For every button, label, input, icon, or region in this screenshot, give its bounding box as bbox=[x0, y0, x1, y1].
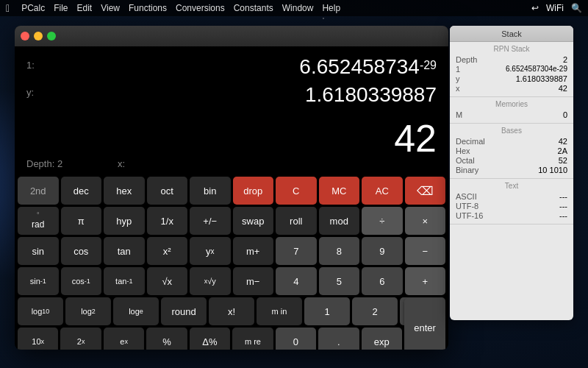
menu-help[interactable]: Help bbox=[322, 3, 340, 13]
btn-c[interactable]: C bbox=[276, 177, 317, 205]
menu-conversions[interactable]: Conversions bbox=[176, 3, 225, 13]
btn-factorial[interactable]: x! bbox=[209, 297, 254, 325]
btn-log2[interactable]: log2 bbox=[65, 297, 111, 325]
btn-swap[interactable]: swap bbox=[233, 207, 274, 235]
menu-file[interactable]: File bbox=[54, 3, 68, 13]
btn-acos[interactable]: cos-1 bbox=[61, 267, 102, 295]
memory-key-m: M bbox=[456, 110, 462, 119]
btn-delta-percent[interactable]: Δ% bbox=[190, 328, 230, 350]
base-row-octal: Octal 52 bbox=[456, 156, 567, 165]
btn-percent[interactable]: % bbox=[146, 328, 187, 350]
button-row-4: log10 log2 loge round x! m in 1 2 3 ente… bbox=[18, 297, 445, 325]
btn-mre[interactable]: m re bbox=[232, 328, 273, 350]
btn-reciprocal[interactable]: 1/x bbox=[147, 207, 188, 235]
btn-mc[interactable]: MC bbox=[319, 177, 360, 205]
btn-loge[interactable]: loge bbox=[113, 297, 159, 325]
stack-val-depth: 2 bbox=[563, 55, 567, 64]
depth-label: Depth: 2 bbox=[26, 158, 62, 169]
btn-1[interactable]: 1 bbox=[304, 297, 350, 325]
stack-row-y: y 1.6180339887 bbox=[456, 74, 567, 83]
memories-label: Memories bbox=[456, 100, 567, 108]
btn-6[interactable]: 6 bbox=[362, 267, 403, 295]
btn-mod[interactable]: mod bbox=[319, 207, 360, 235]
btn-xsq[interactable]: x² bbox=[147, 237, 188, 265]
btn-pi[interactable]: π bbox=[61, 207, 102, 235]
btn-negate[interactable]: +/− bbox=[190, 207, 231, 235]
stack-key-y: y bbox=[456, 74, 460, 83]
btn-cos[interactable]: cos bbox=[61, 237, 102, 265]
menu-view[interactable]: View bbox=[101, 3, 120, 13]
btn-bin[interactable]: bin bbox=[190, 177, 231, 205]
btn-hex[interactable]: hex bbox=[104, 177, 145, 205]
btn-exp[interactable]: exp bbox=[362, 328, 402, 350]
maximize-button[interactable] bbox=[47, 32, 56, 40]
btn-9[interactable]: 9 bbox=[362, 237, 403, 265]
btn-oct[interactable]: oct bbox=[147, 177, 188, 205]
calc-titlebar bbox=[15, 26, 448, 46]
btn-round[interactable]: round bbox=[161, 297, 207, 325]
text-row-ascii: ASCII --- bbox=[456, 192, 567, 201]
btn-min[interactable]: m in bbox=[257, 297, 302, 325]
menu-pcalc[interactable]: PCalc bbox=[21, 3, 45, 13]
base-key-decimal: Decimal bbox=[456, 137, 485, 146]
close-button[interactable] bbox=[21, 32, 29, 40]
btn-deg-rad[interactable]: °rad bbox=[18, 207, 59, 235]
btn-mminus[interactable]: m− bbox=[233, 267, 274, 295]
stack-val-1: 6.6524587304e-29 bbox=[506, 65, 567, 74]
btn-7[interactable]: 7 bbox=[276, 237, 317, 265]
btn-asin[interactable]: sin-1 bbox=[18, 267, 59, 295]
label-1: 1: bbox=[26, 60, 35, 71]
btn-10x[interactable]: 10x bbox=[18, 328, 58, 350]
btn-tan[interactable]: tan bbox=[104, 237, 145, 265]
btn-5[interactable]: 5 bbox=[319, 267, 360, 295]
btn-8[interactable]: 8 bbox=[319, 237, 360, 265]
base-key-binary: Binary bbox=[456, 166, 478, 174]
minimize-button[interactable] bbox=[34, 32, 43, 40]
btn-hyp[interactable]: hyp bbox=[104, 207, 145, 235]
btn-sqrt[interactable]: √x bbox=[147, 267, 188, 295]
menu-functions[interactable]: Functions bbox=[129, 3, 167, 13]
btn-ac[interactable]: AC bbox=[362, 177, 403, 205]
btn-sin[interactable]: sin bbox=[18, 237, 59, 265]
btn-backspace[interactable]: ⌫ bbox=[405, 177, 446, 205]
btn-drop[interactable]: drop bbox=[233, 177, 274, 205]
search-icon[interactable]: 🔍 bbox=[571, 3, 582, 13]
button-row-3: sin-1 cos-1 tan-1 √x x√y m− 4 5 6 + bbox=[18, 267, 445, 295]
btn-2nd[interactable]: 2nd bbox=[18, 177, 59, 205]
btn-plus[interactable]: + bbox=[405, 267, 446, 295]
apple-menu[interactable]:  bbox=[6, 2, 10, 14]
btn-dec[interactable]: dec bbox=[61, 177, 102, 205]
menu-edit[interactable]: Edit bbox=[76, 3, 92, 13]
btn-multiply[interactable]: × bbox=[405, 207, 446, 235]
btn-yx[interactable]: yx bbox=[190, 237, 231, 265]
stack-titlebar: Stack bbox=[450, 26, 573, 42]
btn-minus[interactable]: − bbox=[405, 237, 446, 265]
memories-section: Memories M 0 bbox=[450, 97, 573, 124]
btn-2[interactable]: 2 bbox=[352, 297, 398, 325]
btn-mplus[interactable]: m+ bbox=[233, 237, 274, 265]
base-val-octal: 52 bbox=[559, 156, 567, 165]
rpn-section-label: RPN Stack bbox=[456, 45, 567, 53]
btn-divide[interactable]: ÷ bbox=[362, 207, 403, 235]
btn-roll[interactable]: roll bbox=[276, 207, 317, 235]
btn-4[interactable]: 4 bbox=[276, 267, 317, 295]
menu-constants[interactable]: Constants bbox=[234, 3, 273, 13]
memory-row-m: M 0 bbox=[456, 110, 567, 119]
btn-atan[interactable]: tan-1 bbox=[104, 267, 145, 295]
base-val-decimal: 42 bbox=[559, 137, 567, 146]
btn-log10[interactable]: log10 bbox=[18, 297, 63, 325]
display-value-x: 42 bbox=[394, 116, 437, 160]
stack-row-depth: Depth 2 bbox=[456, 55, 567, 64]
text-val-ascii: --- bbox=[559, 192, 567, 201]
btn-ex[interactable]: ex bbox=[104, 328, 144, 350]
btn-dot[interactable]: . bbox=[318, 328, 359, 350]
calculator-window: 1: y: 6.652458734-29 1.6180339887 42 Dep… bbox=[15, 26, 448, 350]
display-value-1: 6.652458734-29 bbox=[299, 55, 437, 79]
text-key-utf16: UTF-16 bbox=[456, 211, 483, 220]
btn-0[interactable]: 0 bbox=[276, 328, 316, 350]
btn-enter[interactable]: enter bbox=[404, 298, 445, 350]
stack-key-x: x bbox=[456, 84, 460, 93]
btn-2x[interactable]: 2x bbox=[60, 328, 101, 350]
menu-window[interactable]: Window bbox=[282, 3, 314, 13]
btn-xrooty[interactable]: x√y bbox=[190, 267, 231, 295]
